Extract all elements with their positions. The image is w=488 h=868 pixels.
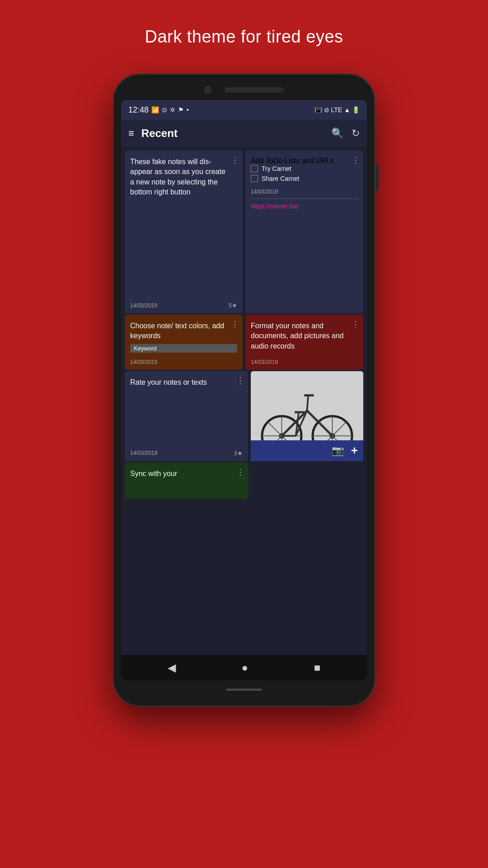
note-date-4: 14/03/2019 [251,359,278,365]
status-time: 12:48 [128,105,149,115]
todo-label-1: Try Carnet [262,165,291,172]
dot-icon: • [187,106,189,113]
note-card-5[interactable]: ⋮ Rate your notes or texts 14/03/2019 3★ [125,371,248,461]
note-text-5: Rate your notes or texts [130,377,235,446]
search-icon[interactable]: 🔍 [331,127,343,139]
note-footer-3: 14/03/2019 [130,359,237,365]
app-bar-title: Recent [141,127,178,140]
note-card-2[interactable]: ⋮ Add ToDo-Lists and URLs Try Carnet Sha… [245,151,363,313]
todo-divider [251,198,358,199]
todo-item-1: Try Carnet [251,165,358,172]
svg-line-19 [307,396,308,410]
note-menu-4[interactable]: ⋮ [352,319,360,329]
note-menu-1[interactable]: ⋮ [231,155,239,165]
note-footer-5: 14/03/2019 3★ [130,450,243,457]
network-icon: ▲ [344,106,350,113]
status-bar: 12:48 📶 ⊙ ✡ ⚑ • 📳 ⊘ LTE ▲ 🔋 [121,100,367,120]
note-text-6: Sync with your [130,469,235,494]
todo-label-2: Share Carnet [262,175,299,182]
phone-bottom [121,680,367,698]
camera-dot [204,86,211,94]
note-footer-4: 14/03/2019 [251,359,358,365]
note-rating-1: 5★ [229,302,237,309]
note-date-2: 14/03/2019 [251,189,358,195]
vibrate-icon: 📳 [314,106,322,113]
phone-screen: 12:48 📶 ⊙ ✡ ⚑ • 📳 ⊘ LTE ▲ 🔋 ≡ Recent [121,100,367,680]
note-card-7[interactable]: ⊙ 📷 + [251,371,363,461]
note-date-1: 14/03/2019 [130,302,157,309]
phone-top-bar [121,82,367,100]
lte-label: LTE [331,106,343,113]
home-button[interactable]: ● [241,661,248,674]
note-date-3: 14/03/2019 [130,359,157,365]
flag-icon: ⚑ [178,106,184,113]
note-card-6[interactable]: ⋮ Sync with your [125,462,248,499]
camera-icon[interactable]: 📷 [332,445,344,457]
note-menu-2[interactable]: ⋮ [352,155,360,165]
note-footer-1: 14/03/2019 5★ [130,302,237,309]
recent-button[interactable]: ■ [314,661,321,674]
todo-item-2: Share Carnet [251,175,358,182]
phone-frame: 12:48 📶 ⊙ ✡ ⚑ • 📳 ⊘ LTE ▲ 🔋 ≡ Recent [113,74,375,707]
note-date-5: 14/03/2019 [130,450,157,456]
note-text-4: Format your notes and documents, add pic… [251,321,351,355]
note-text-3: Choose note/ text colors, add keywords [130,321,230,341]
note-card-1[interactable]: ⋮ These fake notes will dis­appear as so… [125,151,243,313]
app-bar-right: 🔍 ↻ [331,127,360,139]
note-rating-5: 3★ [234,450,243,457]
nav-bar: ◀ ● ■ [121,655,367,680]
hamburger-icon[interactable]: ≡ [128,127,134,139]
note-text-1: These fake notes will dis­appear as soon… [130,157,230,298]
app-bar-left: ≡ Recent [128,127,178,140]
location-icon: ⊙ [162,106,167,113]
note-card-3[interactable]: ⋮ Choose note/ text colors, add keywords… [125,315,243,370]
signal-icon: 📶 [151,106,159,113]
status-left: 12:48 📶 ⊙ ✡ ⚑ • [128,105,189,115]
home-indicator [226,689,262,691]
todo-link[interactable]: https://carnet.live [251,203,358,210]
page-title: Dark theme for tired eyes [145,27,343,47]
blocked-icon: ⊘ [324,106,329,113]
placeholder-right [251,462,363,499]
todo-checkbox-2[interactable] [251,175,258,182]
todo-checkbox-1[interactable] [251,165,258,172]
add-note-icon[interactable]: + [351,443,358,458]
back-button[interactable]: ◀ [168,661,176,674]
phone-side-button [376,164,379,191]
star-icon: ✡ [170,106,175,113]
app-bar: ≡ Recent 🔍 ↻ [121,120,367,147]
status-right: 📳 ⊘ LTE ▲ 🔋 [314,106,360,113]
refresh-icon[interactable]: ↻ [352,127,360,139]
note-menu-3[interactable]: ⋮ [231,319,239,329]
keyword-badge: Keyword [130,344,237,353]
battery-icon: 🔋 [352,106,360,113]
note-card-4[interactable]: ⋮ Format your notes and documents, add p… [245,315,363,370]
note-menu-6[interactable]: ⋮ [236,467,244,477]
note-menu-5[interactable]: ⋮ [236,376,244,386]
image-bottom-bar: 📷 + [251,440,363,461]
todo-title-2: Add ToDo-Lists and URLs [251,157,358,165]
speaker-bar [225,88,284,92]
